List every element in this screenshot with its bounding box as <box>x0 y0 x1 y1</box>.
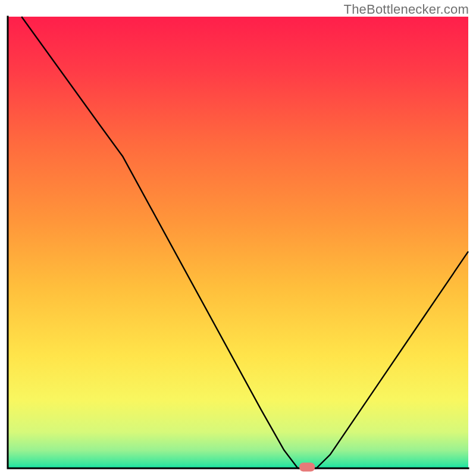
chart-svg <box>0 0 476 476</box>
bottleneck-chart: TheBottlenecker.com <box>0 0 476 476</box>
plot-background <box>8 17 468 468</box>
watermark-text: TheBottlenecker.com <box>344 2 469 17</box>
optimal-marker <box>299 462 315 471</box>
